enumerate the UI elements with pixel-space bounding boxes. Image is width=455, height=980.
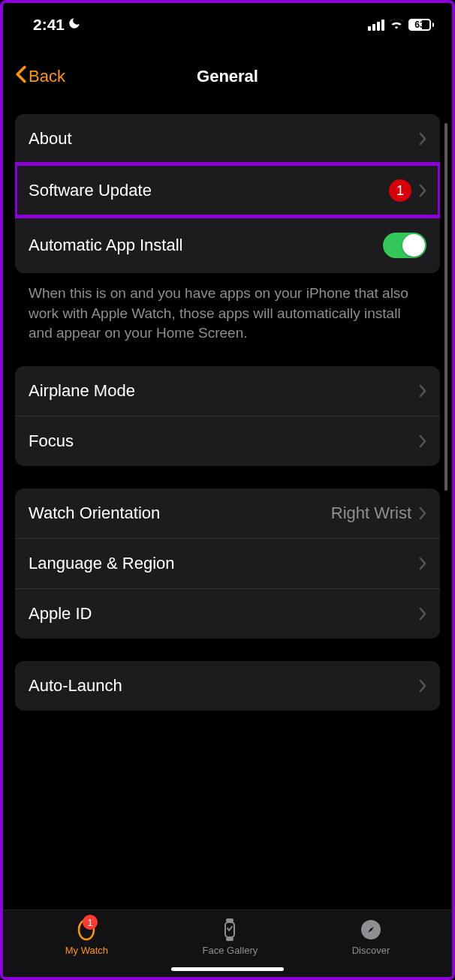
about-label: About xyxy=(29,129,72,149)
tab-label: Face Gallery xyxy=(203,945,258,956)
compass-icon xyxy=(359,918,383,942)
tab-badge: 1 xyxy=(83,915,98,930)
auto-install-toggle[interactable] xyxy=(383,233,426,258)
chevron-right-icon xyxy=(419,184,426,197)
svg-rect-4 xyxy=(227,938,233,940)
software-update-label: Software Update xyxy=(29,181,152,200)
language-region-row[interactable]: Language & Region xyxy=(15,538,440,588)
section-identity: Watch Orientation Right Wrist Language &… xyxy=(15,488,440,639)
page-title: General xyxy=(3,67,452,86)
svg-rect-3 xyxy=(227,919,233,921)
tab-label: My Watch xyxy=(65,945,108,956)
tab-bar: 1 My Watch Face Gallery Discover xyxy=(3,909,452,977)
airplane-label: Airplane Mode xyxy=(29,381,135,401)
watch-face-icon xyxy=(218,918,242,942)
auto-launch-label: Auto-Launch xyxy=(29,676,122,696)
status-time-group: 2:41 xyxy=(33,16,81,34)
focus-row[interactable]: Focus xyxy=(15,416,440,466)
chevron-right-icon xyxy=(419,132,426,146)
apple-id-row[interactable]: Apple ID xyxy=(15,588,440,639)
status-bar: 2:41 63 xyxy=(3,3,452,44)
chevron-right-icon xyxy=(419,679,426,693)
do-not-disturb-icon xyxy=(68,16,81,34)
tab-label: Discover xyxy=(352,945,390,956)
apple-id-label: Apple ID xyxy=(29,604,92,624)
back-label: Back xyxy=(29,67,65,86)
auto-launch-row[interactable]: Auto-Launch xyxy=(15,661,440,711)
auto-install-row: Automatic App Install xyxy=(15,217,440,273)
chevron-right-icon xyxy=(419,434,426,448)
nav-bar: Back General xyxy=(3,56,452,98)
status-time: 2:41 xyxy=(33,16,65,34)
software-update-row[interactable]: Software Update 1 xyxy=(15,164,440,217)
airplane-mode-row[interactable]: Airplane Mode xyxy=(15,366,440,416)
battery-icon: 63 xyxy=(408,19,434,31)
about-row[interactable]: About xyxy=(15,114,440,164)
chevron-right-icon xyxy=(419,384,426,398)
section-general-1: About Software Update 1 Automatic App In… xyxy=(15,114,440,273)
wifi-icon xyxy=(389,17,404,32)
focus-label: Focus xyxy=(29,431,74,451)
home-indicator[interactable] xyxy=(171,967,284,971)
tab-discover[interactable]: Discover xyxy=(352,918,390,977)
chevron-right-icon xyxy=(419,507,426,520)
chevron-right-icon xyxy=(419,557,426,570)
orientation-value: Right Wrist xyxy=(331,504,411,523)
section-launch: Auto-Launch xyxy=(15,661,440,711)
content-area[interactable]: About Software Update 1 Automatic App In… xyxy=(3,98,452,909)
back-button[interactable]: Back xyxy=(3,65,65,88)
auto-install-description: When this is on and you have apps on you… xyxy=(15,273,440,344)
scrollbar[interactable] xyxy=(444,123,447,491)
language-label: Language & Region xyxy=(29,554,175,573)
chevron-right-icon xyxy=(419,607,426,621)
cellular-icon xyxy=(368,20,384,31)
tab-my-watch[interactable]: 1 My Watch xyxy=(65,918,108,977)
orientation-row[interactable]: Watch Orientation Right Wrist xyxy=(15,488,440,538)
section-modes: Airplane Mode Focus xyxy=(15,366,440,466)
auto-install-label: Automatic App Install xyxy=(29,236,182,255)
chevron-left-icon xyxy=(15,65,27,88)
update-badge: 1 xyxy=(389,179,411,202)
orientation-label: Watch Orientation xyxy=(29,504,160,523)
status-indicators: 63 xyxy=(368,17,434,32)
